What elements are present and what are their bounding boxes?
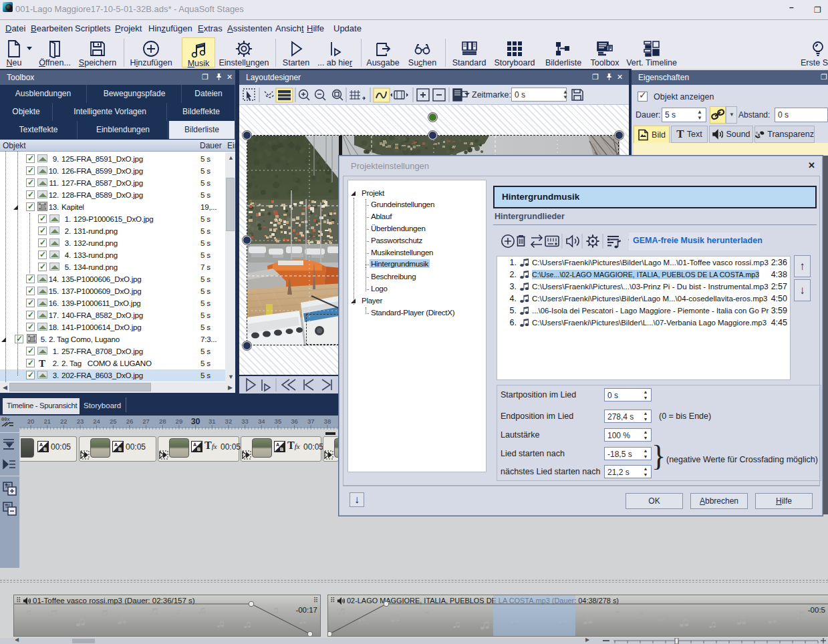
svg-text:A: A xyxy=(276,442,279,447)
svg-text:30: 30 xyxy=(191,417,200,426)
svg-text:34: 34 xyxy=(258,418,265,425)
svg-text:27: 27 xyxy=(142,418,150,425)
svg-text:31: 31 xyxy=(209,418,216,425)
svg-text:36: 36 xyxy=(291,418,298,425)
svg-text:A: A xyxy=(114,442,118,447)
svg-text:B: B xyxy=(118,447,122,452)
svg-text:37: 37 xyxy=(307,418,315,425)
svg-text:21: 21 xyxy=(43,418,51,425)
svg-text:B: B xyxy=(280,447,283,452)
svg-text:33: 33 xyxy=(241,418,249,425)
svg-text:32: 32 xyxy=(225,418,233,425)
svg-text:28: 28 xyxy=(159,418,166,425)
svg-text:38: 38 xyxy=(324,418,331,425)
svg-text:B: B xyxy=(197,447,200,452)
svg-text:22: 22 xyxy=(60,418,67,425)
svg-text:23: 23 xyxy=(77,418,84,425)
svg-text:B: B xyxy=(43,447,47,452)
svg-text:A: A xyxy=(39,442,43,447)
svg-text:00x: 00x xyxy=(1,417,10,422)
svg-text:26: 26 xyxy=(126,418,134,425)
svg-text:A: A xyxy=(193,442,196,447)
svg-text:35: 35 xyxy=(275,418,282,425)
svg-text:20: 20 xyxy=(27,418,35,425)
svg-text:29: 29 xyxy=(176,418,183,425)
svg-text:25: 25 xyxy=(110,418,117,425)
svg-text:24: 24 xyxy=(93,418,100,425)
